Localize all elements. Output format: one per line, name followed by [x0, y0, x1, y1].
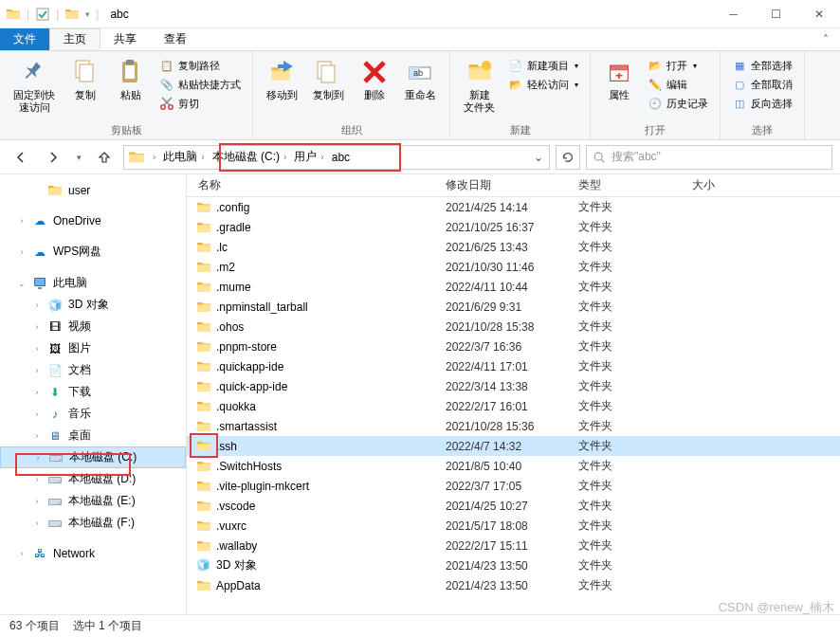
- paste-button[interactable]: 粘贴: [110, 55, 152, 103]
- properties-button[interactable]: 属性: [598, 55, 640, 103]
- nav-diskd[interactable]: ›本地磁盘 (D:): [0, 468, 186, 490]
- crumb-sep[interactable]: ›: [149, 146, 159, 169]
- table-row[interactable]: .ohos2021/10/28 15:38文件夹: [187, 317, 840, 337]
- group-label: 打开: [598, 121, 712, 137]
- crumb-thispc[interactable]: 此电脑›: [159, 146, 208, 169]
- table-row[interactable]: AppData2021/4/23 13:50文件夹: [187, 575, 840, 595]
- nav-desktop[interactable]: ›🖥桌面: [0, 425, 186, 446]
- up-button[interactable]: [91, 144, 118, 171]
- tab-file[interactable]: 文件: [0, 28, 49, 50]
- nav-onedrive[interactable]: ›☁OneDrive: [0, 210, 186, 231]
- table-row[interactable]: 🧊3D 对象2021/4/23 13:50文件夹: [187, 555, 840, 575]
- recent-dropdown-icon[interactable]: ▾: [72, 144, 85, 171]
- collapse-ribbon-icon[interactable]: ˄: [812, 28, 840, 50]
- cell-name: .SwitchHosts: [187, 459, 438, 474]
- nav-diskc[interactable]: ›本地磁盘 (C:): [0, 446, 186, 468]
- qat-dropdown-icon[interactable]: ▾: [85, 9, 90, 19]
- delete-button[interactable]: 删除: [354, 55, 395, 103]
- cell-type: 文件夹: [571, 418, 685, 434]
- crumb-users[interactable]: 用户›: [290, 146, 327, 169]
- cell-date: 2022/3/7 16:36: [438, 340, 571, 354]
- table-row[interactable]: .vscode2021/4/25 10:27文件夹: [187, 496, 840, 516]
- nav-music[interactable]: ›♪音乐: [0, 403, 186, 425]
- pasteshortcut-button[interactable]: 📎粘贴快捷方式: [157, 76, 243, 93]
- table-row[interactable]: .SwitchHosts2021/8/5 10:40文件夹: [187, 456, 840, 476]
- table-row[interactable]: .quick-app-ide2022/3/14 13:38文件夹: [187, 376, 840, 396]
- cell-name: .wallaby: [187, 538, 438, 554]
- maximize-button[interactable]: ☐: [755, 0, 797, 28]
- address-dropdown-icon[interactable]: ⌄: [528, 151, 549, 164]
- breadcrumb[interactable]: › 此电脑› 本地磁盘 (C:)› 用户› abc ⌄: [123, 145, 550, 170]
- nav-tree[interactable]: user ›☁OneDrive ›☁WPS网盘 ⌄此电脑 ›🧊3D 对象 ›🎞视…: [0, 174, 187, 614]
- selectall-button[interactable]: ▦全部选择: [730, 57, 794, 74]
- nav-thispc[interactable]: ⌄此电脑: [0, 272, 186, 294]
- nav-wps[interactable]: ›☁WPS网盘: [0, 241, 186, 263]
- cell-type: 文件夹: [571, 318, 685, 335]
- checkbox-icon[interactable]: [35, 7, 50, 22]
- newfolder-button[interactable]: 新建 文件夹: [458, 55, 501, 116]
- history-button[interactable]: 🕘历史记录: [646, 95, 710, 112]
- group-label: 选择: [728, 121, 796, 137]
- folder-icon: [128, 149, 145, 166]
- col-size[interactable]: 大小: [685, 177, 779, 193]
- nav-diske[interactable]: ›本地磁盘 (E:): [0, 490, 186, 512]
- table-row[interactable]: .npminstall_tarball2021/6/29 9:31文件夹: [187, 297, 840, 317]
- rename-button[interactable]: ab重命名: [399, 55, 442, 103]
- cell-name: .quickapp-ide: [187, 359, 438, 374]
- nav-3dobjects[interactable]: ›🧊3D 对象: [0, 294, 186, 316]
- tab-share[interactable]: 共享: [100, 28, 151, 50]
- nav-documents[interactable]: ›📄文档: [0, 359, 186, 381]
- col-type[interactable]: 类型: [571, 177, 685, 193]
- table-row[interactable]: .quokka2022/2/17 16:01文件夹: [187, 396, 840, 416]
- cut-button[interactable]: 剪切: [157, 95, 243, 112]
- column-headers[interactable]: 名称 修改日期 类型 大小: [187, 174, 840, 197]
- table-row[interactable]: .quickapp-ide2022/4/11 17:01文件夹: [187, 356, 840, 376]
- nav-pictures[interactable]: ›🖼图片: [0, 337, 186, 359]
- minimize-button[interactable]: ─: [712, 0, 755, 28]
- cell-name: .vite-plugin-mkcert: [187, 479, 438, 494]
- nav-downloads[interactable]: ›⬇下载: [0, 381, 186, 403]
- edit-button[interactable]: ✏️编辑: [646, 76, 710, 93]
- folder-icon[interactable]: [64, 7, 80, 22]
- group-label: 新建: [458, 121, 582, 137]
- refresh-button[interactable]: [556, 145, 580, 170]
- back-button[interactable]: [8, 144, 34, 171]
- moveto-button[interactable]: 移动到: [261, 55, 303, 103]
- tab-home[interactable]: 主页: [49, 28, 100, 50]
- close-button[interactable]: ✕: [797, 0, 840, 28]
- copy-button[interactable]: 复制: [64, 55, 106, 103]
- table-row[interactable]: .mume2022/4/11 10:44文件夹: [187, 277, 840, 297]
- table-row[interactable]: .config2021/4/25 14:14文件夹: [187, 197, 840, 217]
- selectnone-button[interactable]: ▢全部取消: [730, 76, 794, 93]
- table-row[interactable]: .smartassist2021/10/28 15:36文件夹: [187, 416, 840, 436]
- easyaccess-button[interactable]: 📂轻松访问▾: [506, 76, 580, 93]
- table-row[interactable]: .pnpm-store2022/3/7 16:36文件夹: [187, 337, 840, 356]
- newitem-button[interactable]: 📄新建项目▾: [506, 57, 580, 74]
- invertsel-button[interactable]: ◫反向选择: [730, 95, 794, 112]
- search-input[interactable]: 搜索"abc": [586, 145, 832, 170]
- crumb-abc[interactable]: abc: [328, 146, 354, 169]
- nav-diskf[interactable]: ›本地磁盘 (F:): [0, 512, 186, 534]
- copyto-button[interactable]: 复制到: [307, 55, 350, 103]
- nav-network[interactable]: ›🖧Network: [0, 543, 186, 564]
- tab-view[interactable]: 查看: [151, 28, 201, 50]
- copypath-button[interactable]: 📋复制路径: [157, 57, 243, 74]
- table-row[interactable]: .m22021/10/30 11:46文件夹: [187, 257, 840, 277]
- table-row[interactable]: .wallaby2022/2/17 15:11文件夹: [187, 536, 840, 555]
- col-date[interactable]: 修改日期: [438, 177, 571, 193]
- nav-user[interactable]: user: [0, 180, 186, 201]
- forward-button[interactable]: [40, 144, 66, 171]
- nav-videos[interactable]: ›🎞视频: [0, 316, 186, 337]
- col-name[interactable]: 名称: [187, 177, 438, 193]
- table-row[interactable]: .gradle2021/10/25 16:37文件夹: [187, 217, 840, 237]
- cell-type: 文件夹: [571, 299, 685, 315]
- crumb-diskc[interactable]: 本地磁盘 (C:)›: [209, 146, 291, 169]
- table-row[interactable]: .vuxrc2021/5/17 18:08文件夹: [187, 516, 840, 536]
- table-row[interactable]: .vite-plugin-mkcert2022/3/7 17:05文件夹: [187, 476, 840, 496]
- table-row[interactable]: .ssh2022/4/7 14:32文件夹: [187, 436, 840, 456]
- file-list[interactable]: .config2021/4/25 14:14文件夹.gradle2021/10/…: [187, 197, 840, 614]
- cell-name: .npminstall_tarball: [187, 300, 438, 315]
- open-button[interactable]: 📂打开▾: [646, 57, 710, 74]
- table-row[interactable]: .lc2021/6/25 13:43文件夹: [187, 237, 840, 257]
- pin-button[interactable]: 固定到快 速访问: [8, 55, 61, 116]
